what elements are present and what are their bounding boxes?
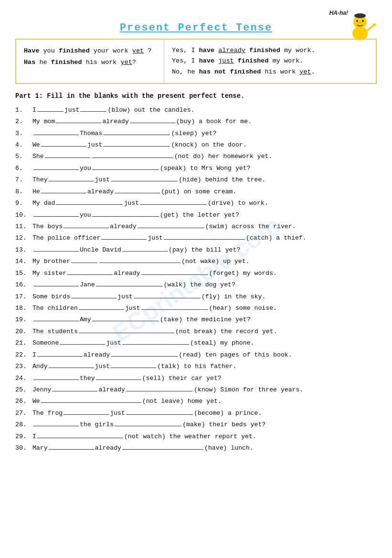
list-item: 11. The boys already (swim) across the r… <box>15 221 377 232</box>
list-item: 18. The children just (hear) some noise. <box>15 303 377 314</box>
list-item: 2. My mom already (buy) a book for me. <box>15 116 377 127</box>
list-item: 1. I just (blow) out the candles. <box>15 105 377 116</box>
list-item: 4. We just (knock) on the door. <box>15 139 377 151</box>
svg-point-3 <box>356 20 358 22</box>
svg-point-0 <box>352 27 368 40</box>
intro-right: Yes, I have already finished my work. Ye… <box>164 40 376 83</box>
list-item: 29. I (not watch) the weather report yet… <box>15 431 377 442</box>
list-item: 13. Uncle David (pay) the bill yet? <box>15 244 377 256</box>
have-label: Have <box>24 47 39 54</box>
list-item: 28. the girls (make) their beds yet? <box>15 419 377 431</box>
list-item: 7. They just (hide) behind the tree. <box>15 174 377 186</box>
page-header: HA-ha! Present Perfect Tense <box>15 9 377 34</box>
list-item: 27. The frog just (become) a prince. <box>15 408 377 419</box>
list-item: 25. Jenny already (know) Simon for three… <box>15 384 377 396</box>
svg-point-5 <box>359 22 361 24</box>
svg-point-4 <box>362 20 364 22</box>
svg-point-2 <box>354 13 366 18</box>
list-item: 20. The students (not break) the record … <box>15 326 377 337</box>
list-item: 22. I already (read) ten pages of this b… <box>15 349 377 361</box>
list-item: 19. Amy (take) the medicine yet? <box>15 314 377 326</box>
has-label: Has <box>24 59 35 66</box>
list-item: 24. they (sell) their car yet? <box>15 373 377 384</box>
list-item: 26. We (not leave) home yet. <box>15 396 377 407</box>
exercise-list: 1. I just (blow) out the candles. 2. My … <box>15 105 377 454</box>
list-item: 30. Mary already (have) lunch. <box>15 442 377 454</box>
finished-label-2: finished <box>51 59 82 66</box>
list-item: 10. you (get) the letter yet? <box>15 210 377 221</box>
list-item: 12. The police officer just (catch) a th… <box>15 232 377 244</box>
list-item: 9. My dad just (drive) to work. <box>15 198 377 209</box>
list-item: 21. Someone just (steal) my phone. <box>15 337 377 349</box>
page-title: Present Perfect Tense <box>120 22 272 34</box>
list-item: 8. He already (put) on some cream. <box>15 186 377 198</box>
part-title: Part 1: Fill in the blanks with the pres… <box>15 93 377 100</box>
intro-left: Have you finished your work yet ? Has he… <box>16 40 164 83</box>
list-item: 5. She (not do) her homework yet. <box>15 151 377 162</box>
svg-line-6 <box>368 25 374 30</box>
list-item: 17. Some birds just (fly) in the sky. <box>15 291 377 303</box>
list-item: 15. My sister already (forget) my words. <box>15 268 377 279</box>
list-item: 16. Jane (walk) the dog yet? <box>15 279 377 291</box>
list-item: 23. Andy just (talk) to his father. <box>15 361 377 372</box>
intro-box: Have you finished your work yet ? Has he… <box>15 39 377 84</box>
list-item: 6. you (speak) to Mrs Wong yet? <box>15 163 377 174</box>
list-item: 14. My brother (not wake) up yet. <box>15 256 377 267</box>
character-icon <box>343 9 377 42</box>
list-item: 3. Thomas (sleep) yet? <box>15 128 377 139</box>
finished-label-1: finished <box>59 47 90 54</box>
svg-point-7 <box>373 23 376 26</box>
